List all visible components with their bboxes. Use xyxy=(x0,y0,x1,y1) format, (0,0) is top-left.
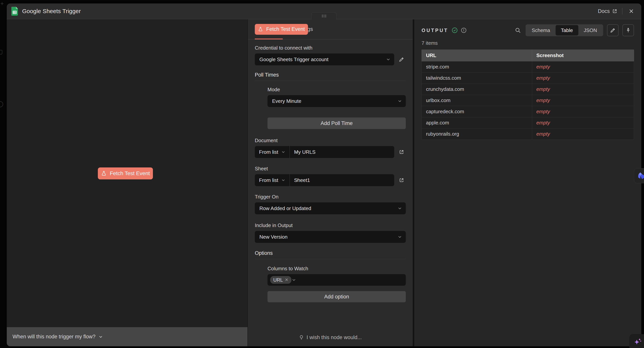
open-document-button[interactable] xyxy=(397,148,406,156)
docs-link[interactable]: Docs xyxy=(598,8,618,14)
mode-label: Mode xyxy=(268,87,406,93)
screenshot-cell[interactable]: empty xyxy=(532,106,634,117)
include-in-output-label: Include in Output xyxy=(255,222,406,228)
url-cell[interactable]: urlbox.com xyxy=(422,95,532,106)
trigger-on-select[interactable]: Row Added or Updated xyxy=(255,202,406,214)
add-poll-time-button[interactable]: Add Poll Time xyxy=(268,117,406,129)
screenshot-cell[interactable]: empty xyxy=(532,95,634,106)
docs-label: Docs xyxy=(598,8,610,14)
remove-tag-icon[interactable]: ✕ xyxy=(285,277,288,282)
google-sheets-icon xyxy=(11,7,18,16)
canvas-partial-icon: ▢ xyxy=(0,48,3,55)
chevron-down-icon xyxy=(397,99,402,104)
mode-select[interactable]: Every Minute xyxy=(268,95,406,107)
section-divider xyxy=(255,259,406,259)
table-row[interactable]: crunchydata.com empty xyxy=(422,84,634,95)
fetch-test-event-button-canvas[interactable]: Fetch Test Event xyxy=(98,167,153,180)
gem-icon xyxy=(636,171,644,180)
node-trigger-help-bar[interactable]: When will this node trigger my flow? xyxy=(7,327,248,346)
edit-credential-button[interactable] xyxy=(397,55,406,64)
poll-times-heading: Poll Times xyxy=(255,72,406,78)
screenshot-cell[interactable]: empty xyxy=(532,128,634,140)
chevron-down-icon xyxy=(386,57,391,62)
table-row[interactable]: capturedeck.com empty xyxy=(422,106,634,117)
credential-label: Credential to connect with xyxy=(255,45,406,51)
chevron-down-icon xyxy=(281,150,286,154)
column-tag[interactable]: URL✕ xyxy=(270,276,292,284)
columns-to-watch-select[interactable]: URL✕ xyxy=(268,274,406,286)
view-mode-json[interactable]: JSON xyxy=(578,25,602,36)
parameters-panel: Parameters Settings Fetch Test Event Cre… xyxy=(248,19,413,346)
drag-handle-icon xyxy=(322,15,322,18)
info-circle-icon[interactable] xyxy=(461,27,467,33)
document-source-value: From list xyxy=(259,149,278,155)
output-view-switch: Schema Table JSON xyxy=(526,24,603,36)
url-cell[interactable]: capturedeck.com xyxy=(422,106,532,117)
fetch-test-event-label: Fetch Test Event xyxy=(110,170,150,177)
search-button[interactable] xyxy=(513,25,523,35)
chevron-down-icon xyxy=(294,149,299,154)
table-row[interactable]: urlbox.com empty xyxy=(422,95,634,106)
include-in-output-select[interactable]: New Version xyxy=(255,231,406,243)
sheet-label: Sheet xyxy=(255,166,406,172)
screenshot-cell[interactable]: empty xyxy=(532,73,634,84)
node-details-modal: Google Sheets Trigger Docs xyxy=(7,4,641,346)
screenshot-cell[interactable]: empty xyxy=(532,61,634,73)
extension-floating-button[interactable] xyxy=(634,168,644,183)
column-header-screenshot[interactable]: Screenshot xyxy=(532,50,634,61)
trigger-help-label: When will this node trigger my flow? xyxy=(12,334,96,340)
canvas-plus-icon: + xyxy=(0,1,4,7)
fetch-test-event-button[interactable]: Fetch Test Event xyxy=(255,24,308,35)
url-cell[interactable]: stripe.com xyxy=(422,61,532,73)
url-cell[interactable]: apple.com xyxy=(422,117,532,128)
chevron-down-icon xyxy=(397,206,402,211)
external-link-icon xyxy=(612,9,618,14)
chevron-down-icon xyxy=(281,178,286,183)
sheet-source-value: From list xyxy=(259,177,278,183)
node-title: Google Sheets Trigger xyxy=(22,8,81,15)
close-button[interactable] xyxy=(627,7,636,16)
open-sheet-button[interactable] xyxy=(397,176,406,185)
sheet-source-select[interactable]: From list xyxy=(255,174,290,186)
document-value-select[interactable]: My URLS xyxy=(290,146,394,158)
document-label: Document xyxy=(255,137,406,143)
pin-data-button[interactable] xyxy=(622,24,634,36)
table-row[interactable]: rubyonrails.org empty xyxy=(422,128,634,140)
pencil-icon xyxy=(399,57,404,62)
panel-drag-handle[interactable] xyxy=(312,12,336,20)
flask-icon xyxy=(101,170,107,176)
tabs-bar: Parameters Settings Fetch Test Event xyxy=(248,19,413,40)
view-mode-table[interactable]: Table xyxy=(556,25,578,36)
mode-value: Every Minute xyxy=(272,98,302,104)
wish-node-link[interactable]: I wish this node would... xyxy=(248,328,413,346)
flask-icon xyxy=(258,27,263,32)
table-row[interactable]: tailwindcss.com empty xyxy=(422,73,634,84)
credential-select[interactable]: Google Sheets Trigger account xyxy=(255,53,394,65)
sparkle-icon xyxy=(632,337,643,347)
url-cell[interactable]: tailwindcss.com xyxy=(422,73,532,84)
url-cell[interactable]: crunchydata.com xyxy=(422,84,532,95)
drag-handle-icon xyxy=(326,15,326,18)
table-row[interactable]: apple.com empty xyxy=(422,117,634,128)
document-source-select[interactable]: From list xyxy=(255,146,290,158)
external-link-icon xyxy=(399,178,404,183)
output-panel: OUTPUT Sch xyxy=(413,19,641,346)
close-icon xyxy=(628,9,634,14)
view-mode-schema[interactable]: Schema xyxy=(526,25,556,36)
options-heading: Options xyxy=(255,250,406,256)
chevron-down-icon xyxy=(294,178,299,183)
screenshot-cell[interactable]: empty xyxy=(532,117,634,128)
sheet-value-select[interactable]: Sheet1 xyxy=(290,174,394,186)
ai-assistant-button[interactable] xyxy=(629,334,644,348)
edit-output-button[interactable] xyxy=(607,24,618,36)
document-combo: From list My URLS xyxy=(255,146,394,158)
search-icon xyxy=(515,27,521,33)
output-title: OUTPUT xyxy=(422,28,448,33)
external-link-icon xyxy=(399,149,404,155)
screenshot-cell[interactable]: empty xyxy=(532,84,634,95)
header-divider xyxy=(622,8,622,15)
table-row[interactable]: stripe.com empty xyxy=(422,61,634,73)
column-header-url[interactable]: URL xyxy=(422,50,532,61)
url-cell[interactable]: rubyonrails.org xyxy=(422,128,532,140)
add-option-button[interactable]: Add option xyxy=(268,291,406,302)
